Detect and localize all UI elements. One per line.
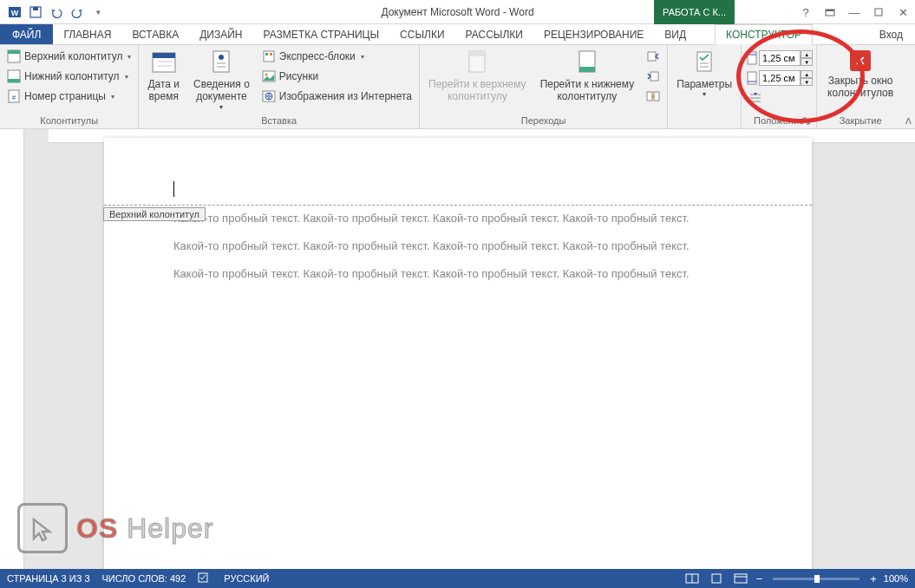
maximize-icon[interactable] xyxy=(866,0,891,24)
qat-customize-icon[interactable]: ▾ xyxy=(88,3,108,22)
header-edit-area[interactable]: Верхний колонтитул xyxy=(104,138,812,206)
svg-rect-5 xyxy=(826,10,834,11)
tab-view[interactable]: ВИД xyxy=(654,24,696,44)
spin-up-icon[interactable]: ▲ xyxy=(801,50,813,58)
header-from-top-spinner[interactable]: ▲▼ xyxy=(745,49,813,67)
group-label xyxy=(671,124,737,128)
undo-icon[interactable] xyxy=(47,3,66,22)
paragraph: Какой-то пробный текст. Какой-то пробный… xyxy=(173,211,742,226)
goto-header-icon xyxy=(463,49,491,76)
save-icon[interactable] xyxy=(26,3,45,22)
zoom-thumb[interactable] xyxy=(814,575,820,583)
ribbon: Верхний колонтитул▾ Нижний колонтитул▾ #… xyxy=(0,45,915,129)
spin-down-icon[interactable]: ▼ xyxy=(801,78,813,86)
svg-rect-29 xyxy=(469,51,485,56)
spin-down-icon[interactable]: ▼ xyxy=(801,58,813,66)
quick-parts-button[interactable]: Экспресс-блоки▾ xyxy=(258,47,415,66)
word-app-icon[interactable]: W xyxy=(5,3,24,22)
read-mode-icon[interactable] xyxy=(683,571,701,586)
online-pictures-button[interactable]: Изображения из Интернета xyxy=(258,87,415,106)
spin-up-icon[interactable]: ▲ xyxy=(801,70,813,78)
close-header-footer-button[interactable]: ✕ Закрыть окноколонтитулов xyxy=(820,47,900,103)
redo-icon[interactable] xyxy=(68,3,87,22)
footer-from-bottom-spinner[interactable]: ▲▼ xyxy=(745,69,813,87)
tab-design[interactable]: ДИЗАЙН xyxy=(189,24,252,44)
close-x-icon: ✕ xyxy=(850,50,871,71)
collapse-ribbon-icon[interactable]: ᐱ xyxy=(905,116,912,126)
minimize-icon[interactable]: ― xyxy=(842,0,866,24)
tab-file[interactable]: ФАЙЛ xyxy=(0,24,53,44)
zoom-slider[interactable] xyxy=(773,578,859,580)
signin-link[interactable]: Вход xyxy=(873,24,910,45)
zoom-in-icon[interactable]: + xyxy=(870,572,877,585)
close-icon[interactable]: ✕ xyxy=(891,0,915,24)
svg-text:W: W xyxy=(11,9,19,17)
link-icon xyxy=(646,89,660,103)
group-label: Положение xyxy=(745,114,813,128)
contextual-tab-header: РАБОТА С К... xyxy=(654,0,735,24)
svg-rect-40 xyxy=(748,52,756,64)
tab-review[interactable]: РЕЦЕНЗИРОВАНИЕ xyxy=(533,24,654,44)
watermark-logo: OS Helper xyxy=(17,503,213,553)
svg-rect-33 xyxy=(650,72,658,81)
link-previous-button[interactable] xyxy=(643,87,663,106)
tab-layout[interactable]: РАЗМЕТКА СТРАНИЦЫ xyxy=(253,24,390,44)
page-indicator[interactable]: СТРАНИЦА 3 ИЗ 3 xyxy=(7,573,90,584)
document-info-button[interactable]: Сведения одокументе▾ xyxy=(188,47,255,113)
zoom-level[interactable]: 100% xyxy=(884,573,908,584)
svg-rect-14 xyxy=(153,53,175,58)
group-close: ✕ Закрыть окноколонтитулов Закрытие xyxy=(817,45,904,128)
svg-rect-10 xyxy=(8,79,20,82)
title-bar: W ▾ Документ Microsoft Word - Word РАБОТ… xyxy=(0,0,915,24)
header-margin-input[interactable] xyxy=(759,50,801,66)
language-indicator[interactable]: РУССКИЙ xyxy=(224,573,269,584)
page-number-button[interactable]: #Номер страницы▾ xyxy=(3,87,134,106)
svg-point-25 xyxy=(265,74,267,76)
quick-access-toolbar: W ▾ xyxy=(0,3,108,22)
insert-alignment-tab-button[interactable] xyxy=(745,88,813,108)
pictures-button[interactable]: Рисунки xyxy=(258,67,415,86)
zoom-out-icon[interactable]: − xyxy=(756,572,763,585)
svg-rect-32 xyxy=(648,52,656,61)
align-tab-icon xyxy=(748,91,762,105)
options-icon xyxy=(690,49,718,76)
svg-rect-31 xyxy=(579,67,595,72)
tab-mailings[interactable]: РАССЫЛКИ xyxy=(455,24,533,44)
tab-constructor[interactable]: КОНСТРУКТОР xyxy=(715,24,813,45)
proofing-icon[interactable] xyxy=(198,572,212,585)
text-cursor xyxy=(173,181,742,197)
help-icon[interactable]: ? xyxy=(794,0,818,24)
window-controls: ? ― ✕ xyxy=(794,0,915,24)
ribbon-display-icon[interactable] xyxy=(818,0,842,24)
group-label: Вставка xyxy=(142,114,415,128)
svg-text:#: # xyxy=(12,94,16,101)
doc-info-icon xyxy=(207,49,235,76)
header-icon xyxy=(7,49,21,63)
goto-footer-button[interactable]: Перейти к нижнемуколонтитулу xyxy=(535,47,640,105)
footer-margin-input[interactable] xyxy=(759,70,801,86)
date-time-button[interactable]: Дата ивремя xyxy=(142,47,185,105)
tab-home[interactable]: ГЛАВНАЯ xyxy=(53,24,121,44)
svg-rect-37 xyxy=(697,52,711,71)
header-margin-icon xyxy=(745,51,759,65)
goto-header-button: Перейти к верхнемуколонтитулу xyxy=(423,47,532,105)
header-bottom-button[interactable]: Нижний колонтитул▾ xyxy=(3,67,134,86)
svg-rect-17 xyxy=(213,51,229,72)
tab-insert[interactable]: ВСТАВКА xyxy=(121,24,189,44)
word-count[interactable]: ЧИСЛО СЛОВ: 492 xyxy=(102,573,186,584)
svg-rect-42 xyxy=(748,72,756,84)
quick-parts-icon xyxy=(262,49,276,63)
options-button[interactable]: Параметры▾ xyxy=(671,47,737,101)
svg-rect-23 xyxy=(270,53,272,56)
group-label: Закрытие xyxy=(820,114,900,128)
dialog-launcher-icon[interactable] xyxy=(802,117,811,126)
picture-icon xyxy=(262,69,276,83)
svg-rect-8 xyxy=(8,50,20,54)
svg-rect-50 xyxy=(712,574,721,583)
print-layout-icon[interactable] xyxy=(708,571,725,586)
next-section-button[interactable] xyxy=(643,67,663,86)
tab-references[interactable]: ССЫЛКИ xyxy=(389,24,454,44)
web-layout-icon[interactable] xyxy=(732,571,749,586)
prev-section-button[interactable] xyxy=(643,47,663,66)
header-top-button[interactable]: Верхний колонтитул▾ xyxy=(3,47,134,66)
